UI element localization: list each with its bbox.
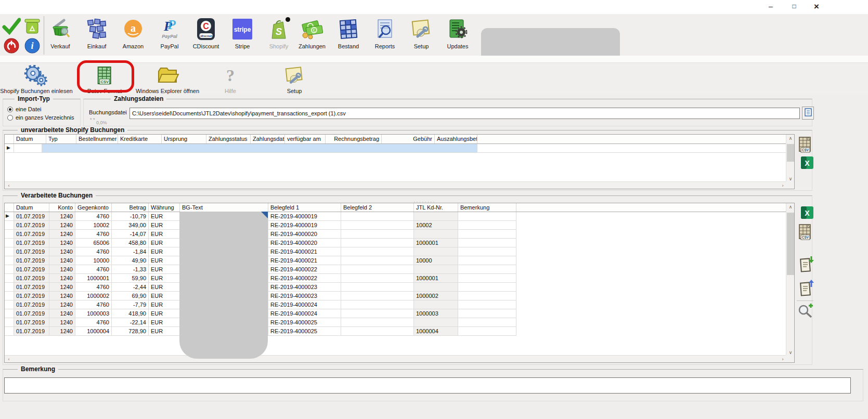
table-row[interactable]: 01.07.2019 1240 4760 -1,33 EUR RE-2019-4… bbox=[5, 265, 794, 274]
cell-waehrung: EUR bbox=[149, 256, 180, 265]
table-row[interactable]: 01.07.2019 1240 4760 -22,14 EUR RE-2019-… bbox=[5, 318, 794, 327]
column-header[interactable]: Zahlungsstatus bbox=[206, 135, 251, 143]
toolbar-button-paypal[interactable]: PPPayPal PayPal bbox=[152, 17, 187, 55]
table-row[interactable]: 01.07.2019 1240 1000002 69,90 EUR RE-201… bbox=[5, 292, 794, 300]
export-file-button[interactable] bbox=[798, 279, 815, 299]
column-header[interactable]: Rechnungsbetrag bbox=[326, 135, 382, 143]
column-header[interactable]: Zahlungsdatu bbox=[251, 135, 285, 143]
svg-text:CSV: CSV bbox=[802, 148, 809, 152]
scrollbar-thumb[interactable] bbox=[787, 144, 794, 162]
table-row[interactable]: 01.07.2019 1240 4760 -2,44 EUR RE-2019-4… bbox=[5, 283, 794, 292]
table-row[interactable]: 01.07.2019 1240 4760 -1,84 EUR RE-2019-4… bbox=[5, 247, 794, 256]
column-header[interactable]: Konto bbox=[49, 203, 75, 212]
csv-file-icon: CSV bbox=[798, 147, 813, 155]
column-header[interactable]: Belegfeld 2 bbox=[341, 203, 414, 212]
column-header[interactable]: Typ bbox=[46, 135, 76, 143]
selected-cells bbox=[42, 144, 477, 152]
close-button[interactable]: × bbox=[808, 0, 825, 14]
column-header[interactable]: Auszahlungsbetrag bbox=[435, 135, 477, 143]
toolbar-button-amazon[interactable]: a Amazon bbox=[115, 17, 151, 55]
column-header[interactable]: Datum bbox=[14, 135, 46, 143]
action-button-setup[interactable]: Setup bbox=[283, 65, 306, 94]
scroll-left-button[interactable]: ‹ bbox=[5, 356, 13, 363]
export-csv-button-top[interactable]: CSV bbox=[797, 136, 814, 156]
column-header[interactable]: Datum bbox=[14, 203, 49, 212]
svg-text:a: a bbox=[131, 22, 136, 34]
cell-jtl-kdnr: 10002 bbox=[414, 221, 458, 230]
column-header[interactable]: Gebühr bbox=[382, 135, 435, 143]
toolbar-button-stripe[interactable]: stripe Stripe bbox=[225, 17, 260, 55]
action-button-shopify-einlesen[interactable]: Shopify Buchungen einlesen bbox=[0, 65, 72, 94]
export-excel-button[interactable]: X bbox=[799, 206, 815, 221]
table-row[interactable]: 01.07.2019 1240 10000 49,90 EUR RE-2019-… bbox=[5, 256, 794, 265]
info-button[interactable]: i bbox=[24, 37, 43, 56]
radio-ganzes-verzeichnis[interactable]: ein ganzes Verzeichnis bbox=[7, 114, 74, 121]
export-excel-button-top[interactable]: X bbox=[799, 156, 815, 172]
radio-icon bbox=[7, 107, 13, 112]
vertical-scrollbar[interactable]: ∧ ∨ bbox=[786, 203, 794, 356]
action-button-explorer[interactable]: Windows Explorer öffnen bbox=[136, 65, 199, 94]
minimize-button[interactable]: – bbox=[762, 0, 780, 14]
toolbar-button-verkauf[interactable]: Verkauf bbox=[43, 17, 78, 55]
table-row[interactable]: 01.07.2019 1240 4760 -7,79 EUR RE-2019-4… bbox=[5, 300, 794, 309]
column-header[interactable]: BG-Text bbox=[180, 203, 268, 212]
buchungsdatei-input[interactable] bbox=[129, 108, 800, 119]
export-csv-button[interactable]: CSV bbox=[797, 224, 814, 243]
column-header[interactable]: JTL Kd-Nr. bbox=[414, 203, 458, 212]
table-row[interactable]: 01.07.2019 1240 65006 458,80 EUR RE-2019… bbox=[5, 239, 794, 247]
horizontal-scrollbar[interactable]: ‹ › bbox=[5, 355, 787, 362]
scroll-left-button[interactable]: ‹ bbox=[5, 182, 13, 189]
scroll-up-button[interactable]: ∧ bbox=[786, 203, 795, 211]
bemerkung-input[interactable] bbox=[4, 377, 851, 394]
zoom-add-button[interactable] bbox=[797, 303, 814, 321]
toolbar-button-zahlungen[interactable]: € Zahlungen bbox=[294, 17, 330, 55]
cell-datum: 01.07.2019 bbox=[14, 221, 49, 230]
radio-eine-datei[interactable]: eine Datei bbox=[7, 106, 42, 113]
toolbar-button-updates[interactable]: Updates bbox=[440, 17, 475, 55]
titlebar: – □ × bbox=[0, 0, 868, 14]
confirm-button[interactable] bbox=[2, 17, 21, 35]
column-header[interactable]: Bemerkung bbox=[458, 203, 516, 212]
bestand-icon bbox=[331, 17, 366, 42]
toolbar-button-shopify[interactable]: S Shopify bbox=[261, 17, 296, 55]
column-header[interactable]: Währung bbox=[149, 203, 180, 212]
column-header[interactable]: Bestellnummer bbox=[76, 135, 118, 143]
cell-belegfeld1: RE-2019-4000024 bbox=[268, 309, 341, 318]
column-header[interactable]: Kreditkarte bbox=[118, 135, 162, 143]
toolbar-button-setup[interactable]: Setup bbox=[404, 17, 439, 55]
toolbar-button-einkauf[interactable]: Einkauf bbox=[79, 17, 114, 55]
table-row[interactable]: 01.07.2019 1240 1000001 59,90 EUR RE-201… bbox=[5, 274, 794, 283]
help-icon: ? bbox=[219, 65, 242, 87]
recycle-bin-button[interactable] bbox=[23, 17, 42, 35]
table-row[interactable]: 01.07.2019 1240 4760 -14,07 EUR RE-2019-… bbox=[5, 230, 794, 239]
column-header[interactable]: Ursprung bbox=[162, 135, 206, 143]
table-row[interactable]: 01.07.2019 1240 4760 -10,79 EUR RE-2019-… bbox=[5, 212, 794, 221]
action-button-hilfe[interactable]: ? Hilfe bbox=[219, 65, 242, 94]
action-button-datev-format[interactable]: CSV Datev Format bbox=[87, 65, 122, 94]
column-header[interactable]: Belegfeld 1 bbox=[268, 203, 341, 212]
toolbar-button-cdiscount[interactable]: CCdiscount CDiscount bbox=[188, 17, 224, 55]
table-row[interactable]: 01.07.2019 1240 1000004 728,90 EUR RE-20… bbox=[5, 327, 794, 336]
cell-belegfeld2 bbox=[341, 239, 414, 247]
cell-bemerkung bbox=[458, 300, 516, 309]
horizontal-scrollbar[interactable]: ‹ › bbox=[5, 181, 787, 189]
cell-jtl-kdnr bbox=[414, 318, 458, 327]
table-row[interactable]: 01.07.2019 1240 10002 349,00 EUR RE-2019… bbox=[5, 221, 794, 230]
row-selector-header bbox=[5, 203, 14, 212]
table-row[interactable]: 01.07.2019 1240 1000003 418,90 EUR RE-20… bbox=[5, 309, 794, 318]
cell-jtl-kdnr bbox=[414, 230, 458, 239]
column-header[interactable]: verfügbar am bbox=[285, 135, 326, 143]
vertical-scrollbar[interactable]: ∧ ∨ bbox=[786, 135, 794, 182]
toolbar-button-bestand[interactable]: Bestand bbox=[331, 17, 366, 55]
maximize-button[interactable]: □ bbox=[785, 0, 803, 14]
selected-empty-row[interactable]: ▶ bbox=[5, 144, 794, 153]
import-file-button[interactable] bbox=[798, 255, 815, 276]
scroll-up-button[interactable]: ∧ bbox=[786, 135, 795, 142]
column-header[interactable]: Gegenkonto bbox=[75, 203, 112, 212]
column-header[interactable]: Betrag bbox=[112, 203, 149, 212]
cell-jtl-kdnr bbox=[414, 212, 458, 221]
toolbar-button-reports[interactable]: Reports bbox=[367, 17, 403, 55]
power-button[interactable] bbox=[3, 37, 22, 56]
scrollbar-thumb[interactable] bbox=[787, 213, 794, 275]
browse-file-button[interactable] bbox=[802, 107, 814, 120]
